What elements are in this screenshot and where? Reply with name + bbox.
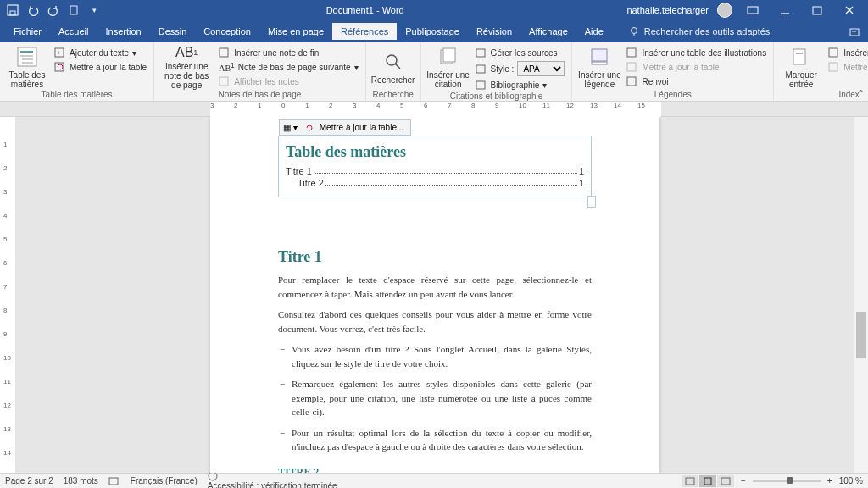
redo-icon[interactable] — [44, 1, 63, 19]
paragraph[interactable]: Consultez d'abord ces quelques conseils … — [278, 308, 592, 336]
update-figures-button: Mettre à jour la table — [625, 60, 768, 74]
svg-rect-36 — [829, 48, 837, 57]
view-print-icon[interactable] — [699, 475, 716, 487]
avatar[interactable] — [717, 3, 732, 18]
ruler-vertical[interactable]: 123456789101112131415 — [0, 117, 15, 473]
zoom-out-icon[interactable]: − — [741, 476, 746, 485]
group-index: Index — [779, 90, 868, 100]
svg-point-39 — [209, 472, 217, 480]
citation-style-row: Style : APA — [474, 60, 567, 77]
tab-references[interactable]: Références — [332, 23, 397, 40]
svg-rect-20 — [220, 48, 228, 57]
svg-rect-5 — [813, 7, 821, 14]
scroll-thumb[interactable] — [856, 312, 866, 358]
tab-revision[interactable]: Révision — [468, 23, 520, 40]
heading-1[interactable]: Titre 1 — [278, 248, 592, 266]
manage-sources-button[interactable]: Gérer les sources — [474, 46, 567, 59]
view-read-icon[interactable] — [682, 475, 698, 487]
sources-icon — [476, 47, 487, 58]
svg-rect-33 — [627, 77, 636, 86]
svg-rect-28 — [476, 81, 485, 89]
minimize-icon[interactable] — [773, 1, 797, 19]
list-item[interactable]: Vous avez besoin d'un titre ? Sous l'ong… — [292, 342, 592, 370]
insert-citation-button[interactable]: Insérer une citation — [426, 44, 470, 90]
zoom-level[interactable]: 100 % — [839, 476, 863, 485]
paragraph[interactable]: Pour remplacer le texte d'espace réservé… — [278, 273, 592, 301]
search-button[interactable]: Rechercher — [371, 44, 415, 90]
svg-rect-34 — [793, 49, 805, 64]
statusbar: Page 2 sur 2 183 mots Français (France) … — [0, 473, 868, 488]
caption-label: Insérer une légende — [577, 70, 621, 89]
tab-dessin[interactable]: Dessin — [150, 23, 196, 40]
group-footnotes: Notes de bas de page — [159, 90, 359, 100]
ribbon-display-icon[interactable] — [741, 1, 765, 19]
toc-options-icon[interactable]: ▦ ▾ — [280, 123, 301, 132]
tab-fichier[interactable]: Fichier — [5, 23, 50, 40]
style-select[interactable]: APA — [517, 61, 565, 76]
update-toc-icon — [54, 61, 66, 73]
maximize-icon[interactable] — [805, 1, 829, 19]
svg-rect-3 — [748, 7, 758, 14]
tab-publipostage[interactable]: Publipostage — [397, 23, 468, 40]
search-icon — [381, 50, 405, 74]
tab-conception[interactable]: Conception — [195, 23, 259, 40]
toc-field[interactable]: ▦ ▾ Mettre à jour la table... Table des … — [278, 136, 592, 197]
add-text-button[interactable]: +Ajouter du texte ▾ — [53, 46, 148, 59]
status-accessibility[interactable]: Accessibilité : vérification terminée — [208, 471, 337, 488]
status-lang[interactable]: Français (France) — [131, 476, 198, 485]
tab-affichage[interactable]: Affichage — [520, 23, 576, 40]
save-icon[interactable] — [3, 1, 22, 19]
crossref-button[interactable]: Renvoi — [625, 75, 768, 88]
tell-me-search[interactable]: Rechercher des outils adaptés — [629, 26, 771, 36]
view-web-icon[interactable] — [717, 475, 734, 487]
toc-button[interactable]: Table des matières — [5, 44, 49, 90]
search-label: Rechercher — [371, 75, 415, 85]
insert-index-button[interactable]: Insérer l'index — [826, 46, 868, 59]
share-icon[interactable] — [849, 25, 863, 37]
status-words[interactable]: 183 mots — [64, 476, 98, 485]
user-name[interactable]: nathalie.telecharger — [626, 5, 709, 15]
insert-footnote-button[interactable]: AB1 Insérer une note de bas de page — [159, 44, 214, 90]
undo-icon[interactable] — [24, 1, 42, 19]
toc-icon — [15, 45, 39, 69]
insert-figures-table-button[interactable]: Insérer une table des illustrations — [625, 46, 768, 59]
new-doc-icon[interactable] — [64, 1, 83, 19]
status-page[interactable]: Page 2 sur 2 — [5, 476, 53, 485]
refresh-icon — [304, 123, 314, 133]
svg-rect-12 — [18, 47, 36, 66]
svg-rect-27 — [476, 65, 485, 73]
tab-mise-en-page[interactable]: Mise en page — [259, 23, 332, 40]
footnote-icon: AB1 — [175, 44, 198, 60]
insert-caption-button[interactable]: Insérer une légende — [577, 44, 621, 90]
tab-insertion[interactable]: Insertion — [97, 23, 149, 40]
list-item[interactable]: Remarquez également les autres styles di… — [292, 377, 592, 419]
next-footnote-button[interactable]: AB1 Note de bas de page suivante ▾ — [217, 60, 359, 74]
toc-entry[interactable]: Titre 21 — [286, 178, 584, 188]
endnote-icon — [219, 47, 231, 58]
toc-title: Table des matières — [286, 143, 584, 161]
ruler-horizontal-area: 3210123456789101112131415161718 — [0, 102, 868, 117]
ruler-horizontal[interactable]: 3210123456789101112131415161718 — [210, 102, 661, 117]
tab-accueil[interactable]: Accueil — [50, 23, 97, 40]
svg-rect-37 — [829, 63, 837, 71]
list-item[interactable]: Pour un résultat optimal lors de la séle… — [292, 426, 592, 454]
toc-resize-handle[interactable] — [587, 196, 596, 208]
update-toc-button[interactable]: Mettre à jour la table — [53, 60, 148, 74]
mark-entry-button[interactable]: Marquer entrée — [779, 44, 823, 90]
qat-customize-icon[interactable]: ▾ — [85, 1, 103, 19]
toc-update-button[interactable]: Mettre à jour la table... — [301, 123, 411, 133]
page[interactable]: ▦ ▾ Mettre à jour la table... Table des … — [210, 117, 659, 473]
close-icon[interactable] — [837, 1, 861, 19]
scrollbar-vertical[interactable] — [854, 117, 868, 473]
heading-2[interactable]: TITRE 2 — [278, 466, 592, 474]
insert-endnote-button[interactable]: Insérer une note de fin — [217, 46, 359, 59]
crossref-icon — [626, 75, 638, 87]
tab-aide[interactable]: Aide — [576, 23, 612, 40]
bibliography-button[interactable]: Bibliographie ▾ — [474, 78, 567, 92]
zoom-in-icon[interactable]: + — [827, 476, 832, 485]
svg-rect-21 — [220, 77, 228, 86]
collapse-ribbon-icon[interactable]: ⌃ — [857, 88, 865, 99]
titlebar: ▾ Document1 - Word nathalie.telecharger — [0, 0, 868, 20]
spellcheck-icon[interactable] — [108, 476, 120, 486]
zoom-slider[interactable] — [753, 480, 821, 482]
